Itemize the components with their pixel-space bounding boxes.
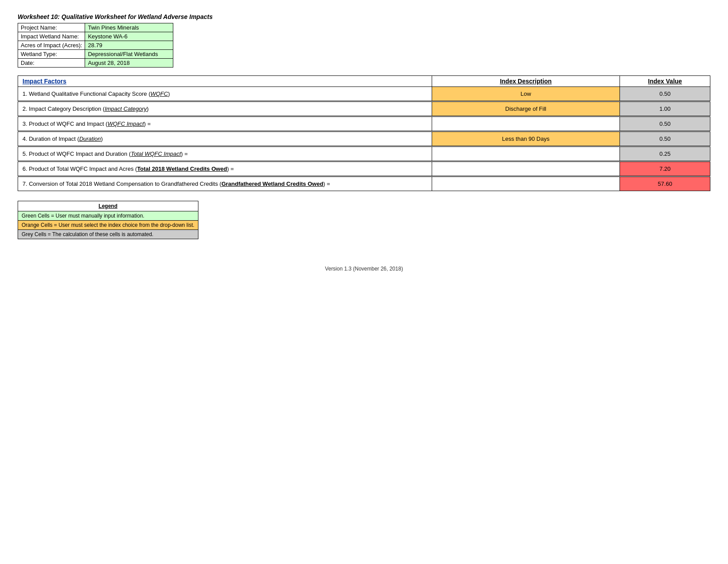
- index-value-cell: 57.60: [620, 177, 710, 191]
- info-label: Date:: [18, 59, 85, 68]
- version-text: Version 1.3 (November 26, 2018): [18, 266, 710, 272]
- factor-row: 1. Wetland Qualitative Functional Capaci…: [18, 87, 710, 101]
- info-table: Project Name:Twin Pines MineralsImpact W…: [18, 23, 173, 68]
- info-row: Project Name:Twin Pines Minerals: [18, 23, 173, 32]
- legend-title: Legend: [18, 201, 198, 211]
- index-desc-cell: Discharge of Fill: [432, 102, 620, 116]
- index-value-cell: 0.50: [620, 87, 710, 101]
- info-row: Wetland Type:Depressional/Flat Wetlands: [18, 50, 173, 59]
- index-desc-cell: [432, 147, 620, 161]
- info-row: Date:August 28, 2018: [18, 59, 173, 68]
- legend-item-text: Green Cells = User must manually input i…: [18, 211, 198, 220]
- index-value-cell: 0.25: [620, 147, 710, 161]
- info-label: Acres of Impact (Acres):: [18, 41, 85, 50]
- legend-item-text: Grey Cells = The calculation of these ce…: [18, 229, 198, 239]
- factor-cell: 1. Wetland Qualitative Functional Capaci…: [18, 87, 432, 101]
- index-desc-cell: [432, 117, 620, 131]
- legend-item-text: Orange Cells = User must select the inde…: [18, 220, 198, 229]
- index-value-cell: 0.50: [620, 117, 710, 131]
- factor-cell: 6. Product of Total WQFC Impact and Acre…: [18, 162, 432, 176]
- factor-row: 3. Product of WQFC and Impact (WQFC Impa…: [18, 117, 710, 131]
- info-value: 28.79: [85, 41, 173, 50]
- legend-table: LegendGreen Cells = User must manually i…: [18, 201, 198, 239]
- info-label: Impact Wetland Name:: [18, 32, 85, 41]
- legend-item: Grey Cells = The calculation of these ce…: [18, 229, 198, 239]
- legend-title-row: Legend: [18, 201, 198, 211]
- legend-item: Orange Cells = User must select the inde…: [18, 220, 198, 229]
- info-value: Twin Pines Minerals: [85, 23, 173, 32]
- factor-row: 5. Product of WQFC Impact and Duration (…: [18, 147, 710, 161]
- factor-row: 4. Duration of Impact (Duration) Less th…: [18, 132, 710, 146]
- factor-cell: 5. Product of WQFC Impact and Duration (…: [18, 147, 432, 161]
- index-value-cell: 7.20: [620, 162, 710, 176]
- factor-cell: 3. Product of WQFC and Impact (WQFC Impa…: [18, 117, 432, 131]
- spacer-row: [18, 191, 710, 192]
- index-desc-cell: [432, 177, 620, 191]
- factor-row: 6. Product of Total WQFC Impact and Acre…: [18, 162, 710, 176]
- info-row: Acres of Impact (Acres):28.79: [18, 41, 173, 50]
- factor-row: 2. Impact Category Description (Impact C…: [18, 102, 710, 116]
- index-description-header: Index Description: [432, 76, 620, 87]
- info-value: Keystone WA-6: [85, 32, 173, 41]
- factor-cell: 4. Duration of Impact (Duration): [18, 132, 432, 146]
- factor-cell: 2. Impact Category Description (Impact C…: [18, 102, 432, 116]
- info-value: August 28, 2018: [85, 59, 173, 68]
- info-value: Depressional/Flat Wetlands: [85, 50, 173, 59]
- index-desc-cell: Less than 90 Days: [432, 132, 620, 146]
- index-value-cell: 1.00: [620, 102, 710, 116]
- info-row: Impact Wetland Name:Keystone WA-6: [18, 32, 173, 41]
- index-desc-cell: [432, 162, 620, 176]
- legend-item: Green Cells = User must manually input i…: [18, 211, 198, 220]
- factor-row: 7. Conversion of Total 2018 Wetland Comp…: [18, 177, 710, 191]
- index-value-header: Index Value: [620, 76, 710, 87]
- index-desc-cell: Low: [432, 87, 620, 101]
- impact-factors-header: Impact Factors: [18, 76, 432, 87]
- main-table: Impact Factors Index Description Index V…: [18, 75, 710, 192]
- factor-cell: 7. Conversion of Total 2018 Wetland Comp…: [18, 177, 432, 191]
- info-label: Wetland Type:: [18, 50, 85, 59]
- info-label: Project Name:: [18, 23, 85, 32]
- worksheet-title: Worksheet 10: Qualitative Worksheet for …: [18, 13, 710, 20]
- index-value-cell: 0.50: [620, 132, 710, 146]
